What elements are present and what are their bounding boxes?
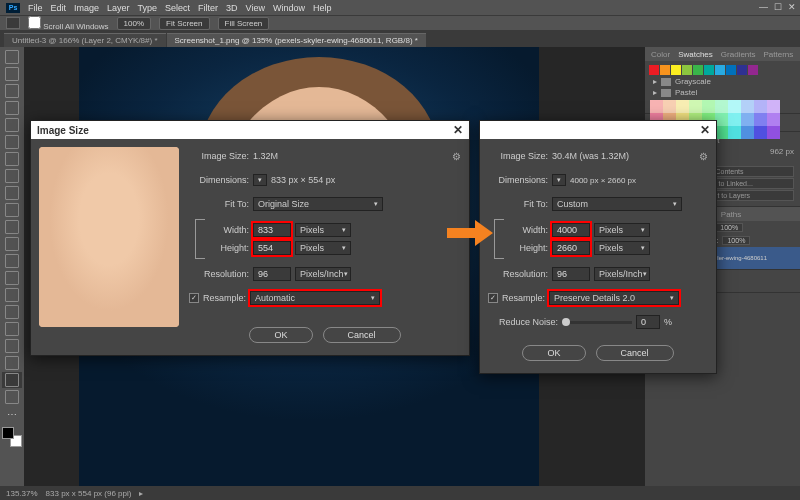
stamp-tool-icon[interactable] bbox=[2, 202, 22, 218]
ok-button[interactable]: OK bbox=[522, 345, 585, 361]
shape-tool-icon[interactable] bbox=[2, 355, 22, 371]
menu-select[interactable]: Select bbox=[165, 3, 190, 13]
close-icon[interactable]: ✕ bbox=[700, 123, 710, 137]
tab-paths[interactable]: Paths bbox=[721, 210, 741, 219]
swatch[interactable] bbox=[682, 65, 692, 75]
scroll-all-windows[interactable]: Scroll All Windows bbox=[28, 16, 109, 31]
swatch[interactable] bbox=[715, 100, 728, 113]
swatch[interactable] bbox=[649, 65, 659, 75]
resolution-unit-select[interactable]: Pixels/Inch▾ bbox=[295, 267, 351, 281]
tab-screenshot[interactable]: Screenshot_1.png @ 135% (pexels-skyler-e… bbox=[167, 33, 426, 47]
tab-swatches[interactable]: Swatches bbox=[678, 50, 713, 59]
fill-field[interactable]: 100% bbox=[722, 236, 750, 245]
resample-select[interactable]: Automatic▾ bbox=[250, 291, 380, 305]
dodge-tool-icon[interactable] bbox=[2, 287, 22, 303]
frame-tool-icon[interactable] bbox=[2, 134, 22, 150]
height-input[interactable]: 554 bbox=[253, 241, 291, 255]
width-input[interactable]: 833 bbox=[253, 223, 291, 237]
swatch[interactable] bbox=[728, 100, 741, 113]
move-tool-icon[interactable] bbox=[2, 49, 22, 65]
crop-tool-icon[interactable] bbox=[2, 117, 22, 133]
brush-tool-icon[interactable] bbox=[2, 185, 22, 201]
hand-tool-icon[interactable] bbox=[6, 17, 20, 29]
history-brush-icon[interactable] bbox=[2, 219, 22, 235]
swatch[interactable] bbox=[715, 65, 725, 75]
swatch[interactable] bbox=[702, 100, 715, 113]
resample-checkbox[interactable]: ✓ bbox=[189, 293, 199, 303]
swatch[interactable] bbox=[660, 65, 670, 75]
cancel-button[interactable]: Cancel bbox=[596, 345, 674, 361]
swatch-group-grayscale[interactable]: ▸Grayscale bbox=[649, 76, 796, 87]
color-swatches[interactable] bbox=[2, 427, 22, 447]
edit-toolbar-icon[interactable]: ⋯ bbox=[2, 406, 22, 422]
swatch[interactable] bbox=[650, 100, 663, 113]
doc-info[interactable]: 833 px x 554 px (96 ppi) bbox=[46, 489, 132, 498]
menu-image[interactable]: Image bbox=[74, 3, 99, 13]
swatch[interactable] bbox=[671, 65, 681, 75]
swatch[interactable] bbox=[754, 100, 767, 113]
swatch[interactable] bbox=[741, 126, 754, 139]
blur-tool-icon[interactable] bbox=[2, 270, 22, 286]
dialog-titlebar[interactable]: ✕ bbox=[480, 121, 716, 139]
resolution-input[interactable]: 96 bbox=[552, 267, 590, 281]
swatch[interactable] bbox=[663, 100, 676, 113]
minimize-icon[interactable]: — bbox=[759, 2, 768, 12]
resolution-input[interactable]: 96 bbox=[253, 267, 291, 281]
swatch[interactable] bbox=[754, 113, 767, 126]
swatch[interactable] bbox=[737, 65, 747, 75]
swatch[interactable] bbox=[728, 126, 741, 139]
menu-type[interactable]: Type bbox=[138, 3, 158, 13]
tab-untitled[interactable]: Untitled-3 @ 166% (Layer 2, CMYK/8#) * bbox=[4, 33, 166, 47]
close-icon[interactable]: ✕ bbox=[788, 2, 796, 12]
swatch[interactable] bbox=[676, 100, 689, 113]
menu-window[interactable]: Window bbox=[273, 3, 305, 13]
zoom-tool-icon[interactable] bbox=[2, 389, 22, 405]
dimensions-dropdown[interactable]: ▾ bbox=[253, 174, 267, 186]
eyedropper-tool-icon[interactable] bbox=[2, 151, 22, 167]
resolution-unit-select[interactable]: Pixels/Inch▾ bbox=[594, 267, 650, 281]
zoom-level[interactable]: 135.37% bbox=[6, 489, 38, 498]
tab-color[interactable]: Color bbox=[651, 50, 670, 59]
ok-button[interactable]: OK bbox=[249, 327, 312, 343]
swatch[interactable] bbox=[748, 65, 758, 75]
width-input[interactable]: 4000 bbox=[552, 223, 590, 237]
swatch[interactable] bbox=[767, 100, 780, 113]
height-unit-select[interactable]: Pixels▾ bbox=[594, 241, 650, 255]
height-unit-select[interactable]: Pixels▾ bbox=[295, 241, 351, 255]
swatch-group-pastel[interactable]: ▸Pastel bbox=[649, 87, 796, 98]
resample-checkbox[interactable]: ✓ bbox=[488, 293, 498, 303]
pen-tool-icon[interactable] bbox=[2, 304, 22, 320]
reduce-noise-value[interactable]: 0 bbox=[636, 315, 660, 329]
fit-to-select[interactable]: Custom▾ bbox=[552, 197, 682, 211]
reduce-noise-slider[interactable] bbox=[562, 321, 632, 324]
healing-tool-icon[interactable] bbox=[2, 168, 22, 184]
close-icon[interactable]: ✕ bbox=[453, 123, 463, 137]
wand-tool-icon[interactable] bbox=[2, 100, 22, 116]
menu-filter[interactable]: Filter bbox=[198, 3, 218, 13]
swatch[interactable] bbox=[693, 65, 703, 75]
menu-layer[interactable]: Layer bbox=[107, 3, 130, 13]
swatch[interactable] bbox=[726, 65, 736, 75]
zoom-100-button[interactable]: 100% bbox=[117, 17, 151, 30]
dimensions-dropdown[interactable]: ▾ bbox=[552, 174, 566, 186]
swatch[interactable] bbox=[741, 100, 754, 113]
type-tool-icon[interactable] bbox=[2, 321, 22, 337]
height-input[interactable]: 2660 bbox=[552, 241, 590, 255]
menu-view[interactable]: View bbox=[246, 3, 265, 13]
menu-edit[interactable]: Edit bbox=[51, 3, 67, 13]
menu-file[interactable]: File bbox=[28, 3, 43, 13]
swatch[interactable] bbox=[689, 100, 702, 113]
swatch[interactable] bbox=[767, 113, 780, 126]
cancel-button[interactable]: Cancel bbox=[323, 327, 401, 343]
tab-gradients[interactable]: Gradients bbox=[721, 50, 756, 59]
lasso-tool-icon[interactable] bbox=[2, 83, 22, 99]
width-unit-select[interactable]: Pixels▾ bbox=[295, 223, 351, 237]
maximize-icon[interactable]: ☐ bbox=[774, 2, 782, 12]
marquee-tool-icon[interactable] bbox=[2, 66, 22, 82]
swatch[interactable] bbox=[741, 113, 754, 126]
opacity-field[interactable]: 100% bbox=[715, 223, 743, 232]
constrain-icon[interactable] bbox=[494, 219, 504, 259]
fill-screen-button[interactable]: Fill Screen bbox=[218, 17, 270, 30]
hand-tool-icon[interactable] bbox=[2, 372, 22, 388]
swatch[interactable] bbox=[728, 113, 741, 126]
